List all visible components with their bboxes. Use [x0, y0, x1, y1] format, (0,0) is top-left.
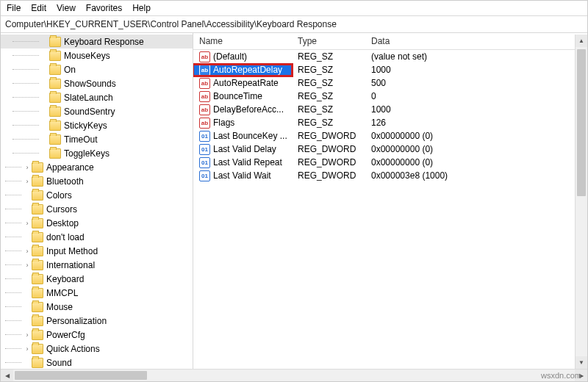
tree-item-cursors[interactable]: Cursors — [1, 202, 193, 216]
value-type: REG_SZ — [292, 91, 365, 101]
tree-item-don-t-load[interactable]: don't load — [1, 230, 193, 244]
folder-icon — [32, 162, 43, 173]
value-type: REG_DWORD — [292, 157, 365, 167]
value-row[interactable]: abFlagsREG_SZ126 — [193, 116, 587, 129]
value-row[interactable]: 01Last Valid RepeatREG_DWORD0x00000000 (… — [193, 156, 587, 169]
tree-item-soundsentry[interactable]: SoundSentry — [1, 104, 193, 118]
tree-item-sound[interactable]: Sound — [1, 356, 193, 370]
scroll-thumb[interactable] — [577, 49, 586, 196]
value-row[interactable]: abBounceTimeREG_SZ0 — [193, 90, 587, 103]
tree-item-quick-actions[interactable]: ›Quick Actions — [1, 342, 193, 356]
folder-icon — [32, 260, 43, 270]
tree-item-desktop[interactable]: ›Desktop — [1, 216, 193, 230]
folder-icon — [32, 232, 43, 242]
expand-chevron-icon[interactable]: › — [23, 164, 32, 171]
expand-chevron-icon[interactable]: › — [23, 262, 32, 269]
tree-item-showsounds[interactable]: ShowSounds — [1, 76, 193, 90]
value-row[interactable]: 01Last BounceKey ...REG_DWORD0x00000000 … — [193, 129, 587, 143]
expand-chevron-icon[interactable]: › — [23, 345, 32, 353]
tree-item-slatelaunch[interactable]: SlateLaunch — [1, 90, 193, 104]
vertical-scrollbar[interactable]: ▲ ▼ — [575, 35, 587, 369]
value-name-cell[interactable]: abDelayBeforeAcc... — [193, 104, 292, 115]
menu-favorites[interactable]: Favorites — [86, 3, 122, 13]
value-name-cell[interactable]: abAutoRepeatDelay — [193, 65, 292, 76]
value-data: 0x000003e8 (1000) — [365, 170, 587, 181]
tree-item-bluetooth[interactable]: ›Bluetooth — [1, 174, 193, 188]
value-name-cell[interactable]: abFlags — [193, 118, 292, 129]
menu-help[interactable]: Help — [132, 3, 151, 13]
value-name: Last Valid Wait — [213, 170, 271, 181]
expand-chevron-icon[interactable]: › — [23, 220, 32, 227]
menu-view[interactable]: View — [57, 3, 76, 13]
value-name-cell[interactable]: 01Last Valid Wait — [193, 170, 292, 181]
value-name: AutoRepeatRate — [213, 78, 279, 88]
folder-icon — [49, 79, 61, 89]
scroll-right-button[interactable]: ▶ — [575, 370, 587, 381]
tree-item-label: Mouse — [46, 302, 73, 312]
tree-item-international[interactable]: ›International — [1, 258, 193, 272]
value-row[interactable]: abDelayBeforeAcc...REG_SZ1000 — [193, 103, 587, 116]
value-name-cell[interactable]: 01Last BounceKey ... — [193, 131, 292, 142]
value-name-cell[interactable]: 01Last Valid Delay — [193, 144, 292, 155]
tree-item-input-method[interactable]: ›Input Method — [1, 244, 193, 258]
tree-item-label: MouseKeys — [64, 51, 110, 61]
scroll-left-button[interactable]: ◀ — [1, 370, 13, 381]
tree-item-mmcpl[interactable]: MMCPL — [1, 286, 193, 300]
value-data: 1000 — [365, 65, 587, 75]
menu-file[interactable]: File — [7, 3, 21, 13]
tree-item-mouse[interactable]: Mouse — [1, 300, 193, 314]
expand-chevron-icon[interactable]: › — [23, 248, 32, 255]
value-name-cell[interactable]: 01Last Valid Repeat — [193, 157, 292, 168]
tree-item-label: SoundSentry — [64, 107, 115, 117]
tree-item-colors[interactable]: Colors — [1, 188, 193, 202]
column-header-data[interactable]: Data — [365, 33, 587, 49]
value-type: REG_SZ — [292, 65, 365, 75]
folder-icon — [49, 37, 61, 47]
value-row[interactable]: abAutoRepeatDelayREG_SZ1000 — [193, 63, 587, 76]
value-name: (Default) — [213, 51, 247, 62]
value-name-cell[interactable]: abBounceTime — [193, 91, 292, 102]
value-row[interactable]: abAutoRepeatRateREG_SZ500 — [193, 76, 587, 90]
value-row[interactable]: 01Last Valid DelayREG_DWORD0x00000000 (0… — [193, 143, 587, 156]
expand-chevron-icon[interactable]: › — [23, 331, 32, 339]
folder-icon — [32, 176, 43, 187]
tree-item-timeout[interactable]: TimeOut — [1, 132, 193, 146]
tree-item-appearance[interactable]: ›Appearance — [1, 160, 193, 174]
tree-item-label: Appearance — [46, 162, 94, 173]
tree-item-label: Colors — [46, 190, 72, 201]
value-name-cell[interactable]: abAutoRepeatRate — [193, 78, 292, 89]
menu-edit[interactable]: Edit — [31, 3, 46, 13]
value-row[interactable]: 01Last Valid WaitREG_DWORD0x000003e8 (10… — [193, 169, 587, 182]
tree-item-personalization[interactable]: Personalization — [1, 314, 193, 328]
tree-item-keyboard[interactable]: Keyboard — [1, 272, 193, 286]
tree-item-mousekeys[interactable]: MouseKeys — [1, 48, 193, 62]
value-name: DelayBeforeAcc... — [213, 104, 284, 115]
value-data: 0x00000000 (0) — [365, 144, 587, 154]
horizontal-scrollbar[interactable]: ◀ ▶ — [1, 369, 587, 381]
column-header-name[interactable]: Name — [193, 33, 292, 49]
folder-icon — [32, 190, 43, 201]
tree-item-label: PowerCfg — [46, 330, 85, 340]
tree-item-togglekeys[interactable]: ToggleKeys — [1, 146, 193, 160]
value-type: REG_DWORD — [292, 144, 365, 154]
column-header-type[interactable]: Type — [292, 33, 365, 49]
value-row[interactable]: ab(Default)REG_SZ(value not set) — [193, 50, 587, 63]
tree-item-on[interactable]: On — [1, 62, 193, 76]
folder-icon — [32, 358, 43, 368]
address-bar[interactable]: Computer\HKEY_CURRENT_USER\Control Panel… — [1, 16, 587, 33]
expand-chevron-icon[interactable]: › — [23, 178, 32, 185]
tree-item-label: Desktop — [46, 218, 79, 228]
tree-item-keyboard-response[interactable]: Keyboard Response — [1, 35, 193, 48]
value-list[interactable]: Name Type Data ab(Default)REG_SZ(value n… — [193, 33, 587, 380]
scroll-down-button[interactable]: ▼ — [576, 356, 587, 369]
tree-item-label: International — [46, 260, 95, 270]
tree-item-stickykeys[interactable]: StickyKeys — [1, 118, 193, 132]
tree-item-powercfg[interactable]: ›PowerCfg — [1, 328, 193, 342]
dword-value-icon: 01 — [199, 131, 210, 142]
value-name-cell[interactable]: ab(Default) — [193, 51, 292, 62]
scroll-thumb-h[interactable] — [15, 371, 147, 380]
folder-icon — [32, 302, 43, 312]
registry-tree[interactable]: Keyboard ResponseMouseKeysOnShowSoundsSl… — [1, 33, 193, 380]
scroll-up-button[interactable]: ▲ — [576, 35, 587, 47]
value-type: REG_SZ — [292, 118, 365, 128]
